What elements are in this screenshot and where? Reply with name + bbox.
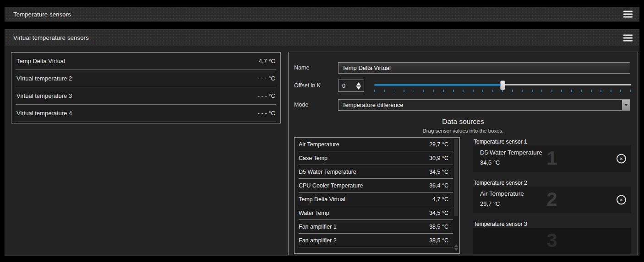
slot-sensor-name: Air Temperature: [480, 190, 524, 197]
slot-label: Temperature sensor 3: [474, 221, 527, 227]
sensor-name: Temp Delta Virtual: [16, 58, 65, 64]
offset-stepper[interactable]: 0: [338, 80, 364, 92]
name-label: Name: [294, 64, 309, 71]
sensor-value: - - - °C: [258, 92, 276, 99]
chevron-down-icon: [624, 104, 628, 106]
offset-slider[interactable]: [374, 80, 631, 92]
list-item[interactable]: Virtual temperature 4 - - - °C: [16, 105, 276, 122]
stepper-down-icon[interactable]: [356, 86, 361, 90]
virtual-temperature-sensors-panel: Virtual temperature sensors Temp Delta V…: [5, 29, 639, 256]
available-sensors-list: Air Temperature 29,7 °C Case Temp 30,9 °…: [294, 137, 460, 254]
virtual-sensor-list: Temp Delta Virtual 4,7 °C Virtual temper…: [11, 52, 281, 123]
list-item[interactable]: CPU Cooler Temperature 36,4 °C: [299, 179, 456, 192]
sensor-value: 29,7 °C: [429, 141, 448, 148]
sensor-value: 36,4 °C: [429, 182, 448, 189]
sensor-name: Virtual temperature 2: [16, 75, 72, 82]
sensor-value: 4,7 °C: [432, 196, 448, 203]
slot-number: 3: [473, 230, 631, 251]
sensor-name: Water Temp: [299, 210, 329, 216]
menu-icon[interactable]: [623, 11, 633, 18]
slot-sensor-value: 34,5 °C: [480, 159, 500, 166]
sensor-value: - - - °C: [258, 75, 276, 82]
sensor-name: Fan amplifier 1: [299, 224, 337, 230]
temperature-sensors-title: Temperature sensors: [5, 11, 71, 18]
dropdown-button[interactable]: [622, 100, 630, 110]
slider-track: [505, 84, 631, 86]
sensor-value: 30,9 °C: [429, 155, 448, 161]
scrollbar[interactable]: [453, 138, 459, 253]
list-item[interactable]: Temp Delta Virtual 4,7 °C: [16, 53, 276, 70]
sensor-name: Fan amplifier 2: [299, 237, 337, 244]
menu-icon[interactable]: [623, 34, 633, 41]
sensor-name: Air Temperature: [299, 141, 339, 148]
slider-fill: [374, 84, 502, 86]
offset-label: Offset in K: [294, 82, 321, 89]
list-item[interactable]: Air Temperature 29,7 °C: [299, 138, 456, 151]
temperature-sensor-slot-2[interactable]: 2 Air Temperature 29,7 °C ✕: [473, 187, 631, 213]
sensor-name: CPU Cooler Temperature: [299, 182, 363, 189]
scrollbar-thumb[interactable]: [454, 139, 458, 216]
sensor-name: Virtual temperature 3: [16, 92, 72, 99]
slot-label: Temperature sensor 1: [474, 139, 527, 145]
list-item[interactable]: Water Temp 34,5 °C: [299, 206, 456, 220]
mode-select[interactable]: Temperature difference: [338, 99, 630, 111]
slot-sensor-value: 29,7 °C: [480, 200, 500, 207]
slider-thumb[interactable]: [500, 80, 505, 90]
temperature-sensor-slot-3[interactable]: 3: [473, 228, 631, 254]
sensor-value: 4,7 °C: [259, 58, 276, 64]
list-item[interactable]: Virtual temperature 3 - - - °C: [16, 87, 276, 105]
remove-icon[interactable]: ✕: [617, 195, 626, 205]
mode-label: Mode: [294, 102, 308, 108]
remove-icon[interactable]: ✕: [617, 154, 626, 164]
name-input[interactable]: [338, 62, 630, 74]
data-sources-title: Data sources: [289, 118, 638, 126]
sensor-name: Temp Delta Virtual: [299, 196, 345, 203]
sensor-value: 38,5 °C: [429, 237, 448, 244]
sensor-value: 34,5 °C: [429, 169, 448, 175]
temperature-sensor-slot-1[interactable]: 1 D5 Water Temperature 34,5 °C ✕: [473, 145, 631, 172]
list-item[interactable]: Virtual temperature 2 - - - °C: [16, 70, 276, 87]
sensor-name: Case Temp: [299, 155, 327, 161]
slot-sensor-name: D5 Water Temperature: [480, 149, 542, 156]
list-item[interactable]: Fan amplifier 1 38,5 °C: [299, 220, 456, 234]
sensor-name: Virtual temperature 4: [16, 110, 72, 117]
sensor-name: D5 Water Temperature: [299, 169, 356, 175]
scroll-down-icon[interactable]: [454, 248, 458, 251]
scroll-up-icon[interactable]: [454, 244, 458, 247]
virtual-temperature-sensors-title: Virtual temperature sensors: [5, 34, 89, 41]
sensor-value: 34,5 °C: [429, 210, 448, 216]
list-item[interactable]: Fan amplifier 2 38,5 °C: [299, 234, 456, 247]
list-item[interactable]: Temp Delta Virtual 4,7 °C: [299, 192, 456, 206]
list-item[interactable]: Case Temp 30,9 °C: [299, 151, 456, 165]
stepper-up-icon[interactable]: [356, 82, 361, 86]
sensor-config-form: Name Offset in K 0 Mode Temperature diff…: [288, 52, 638, 255]
list-item[interactable]: D5 Water Temperature 34,5 °C: [299, 165, 456, 179]
slot-label: Temperature sensor 2: [474, 180, 527, 186]
virtual-temperature-sensors-header: Virtual temperature sensors: [5, 30, 639, 46]
sensor-value: - - - °C: [258, 110, 276, 117]
data-sources-subtitle: Drag sensor values into the boxes.: [289, 128, 638, 134]
temperature-sensors-header: Temperature sensors: [5, 7, 639, 21]
sensor-value: 38,5 °C: [429, 224, 448, 230]
offset-value: 0: [338, 82, 354, 89]
mode-value: Temperature difference: [338, 102, 622, 108]
